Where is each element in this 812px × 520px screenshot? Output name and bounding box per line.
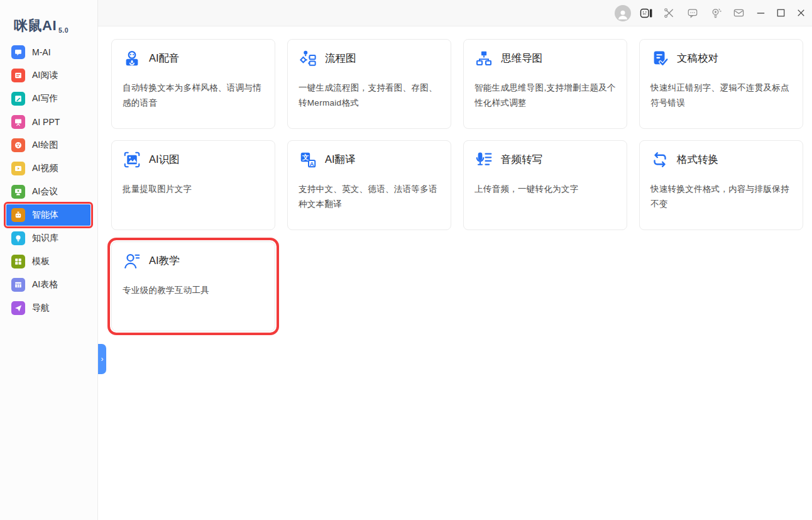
card-description: 专业级的教学互动工具 bbox=[123, 283, 264, 298]
reader-icon bbox=[11, 69, 25, 82]
card-title: AI教学 bbox=[149, 254, 180, 268]
card-description: 快速纠正错别字、逻辑不连贯及标点符号错误 bbox=[650, 80, 792, 110]
sidebar-item-模板[interactable]: 模板 bbox=[6, 251, 91, 272]
sidebar-item-AI表格[interactable]: AI表格 bbox=[6, 274, 91, 296]
sidebar-item-AI会议[interactable]: AI会议 bbox=[6, 181, 91, 202]
right-pane: AI配音自动转换文本为多样风格、语调与情感的语音流程图一键生成流程图，支持看图、… bbox=[98, 0, 812, 520]
app-logo: 咪鼠AI 5.0 bbox=[0, 0, 97, 35]
feature-card-思维导图[interactable]: 思维导图智能生成思维导图,支持增删主题及个性化样式调整 bbox=[463, 39, 627, 129]
template-icon bbox=[11, 255, 25, 268]
minimize-button[interactable] bbox=[750, 3, 771, 23]
sidebar-item-智能体[interactable]: 智能体 bbox=[6, 204, 91, 226]
sidebar-expand-handle[interactable]: › bbox=[98, 344, 106, 374]
ai-teaching-icon bbox=[123, 252, 141, 270]
close-button[interactable] bbox=[791, 3, 811, 23]
card-header: 思维导图 bbox=[475, 49, 616, 68]
user-avatar-icon[interactable] bbox=[611, 3, 634, 23]
card-header: 文稿校对 bbox=[650, 49, 792, 68]
card-description: 批量提取图片文字 bbox=[123, 182, 264, 197]
sidebar-item-label: AI会议 bbox=[32, 186, 58, 197]
sidebar-item-M-AI[interactable]: M-AI bbox=[6, 41, 91, 63]
ppt-icon bbox=[11, 115, 25, 129]
main-content: AI配音自动转换文本为多样风格、语调与情感的语音流程图一键生成流程图，支持看图、… bbox=[98, 26, 812, 520]
card-title: 音频转写 bbox=[501, 153, 542, 167]
card-description: 上传音频，一键转化为文字 bbox=[475, 182, 616, 197]
titlebar bbox=[98, 0, 812, 26]
sidebar-item-label: AI视频 bbox=[32, 163, 58, 174]
maximize-button[interactable] bbox=[771, 3, 791, 23]
audio-transcribe-icon bbox=[475, 150, 493, 169]
card-description: 智能生成思维导图,支持增删主题及个性化样式调整 bbox=[475, 80, 616, 110]
table-icon bbox=[11, 278, 25, 292]
tools-icon[interactable] bbox=[657, 3, 681, 23]
sidebar-item-AI阅读[interactable]: AI阅读 bbox=[6, 65, 91, 86]
sidebar-item-label: M-AI bbox=[32, 47, 51, 57]
sidebar-item-AI写作[interactable]: AI写作 bbox=[6, 88, 91, 109]
feature-card-AI翻译[interactable]: 文AAI翻译支持中文、英文、德语、法语等多语种文本翻译 bbox=[287, 140, 451, 230]
voice-dubbing-icon bbox=[123, 49, 141, 68]
chat-icon bbox=[11, 45, 25, 59]
navigate-icon bbox=[11, 301, 25, 315]
sidebar-item-AI绘图[interactable]: AI绘图 bbox=[6, 135, 91, 156]
sidebar-item-AI视频[interactable]: AI视频 bbox=[6, 158, 91, 179]
card-title: 格式转换 bbox=[677, 153, 718, 167]
feature-card-AI教学[interactable]: AI教学专业级的教学互动工具 bbox=[111, 241, 275, 331]
card-title: AI配音 bbox=[149, 52, 180, 65]
sidebar-item-label: AI阅读 bbox=[32, 70, 58, 81]
sidebar-item-label: 智能体 bbox=[32, 209, 58, 221]
mail-icon[interactable] bbox=[727, 3, 750, 23]
sidebar-item-label: AI绘图 bbox=[32, 140, 58, 151]
sidebar-item-label: 知识库 bbox=[32, 233, 58, 244]
card-header: AI配音 bbox=[123, 49, 264, 68]
format-convert-icon bbox=[650, 150, 669, 169]
card-title: 文稿校对 bbox=[677, 52, 718, 65]
feature-card-grid: AI配音自动转换文本为多样风格、语调与情感的语音流程图一键生成流程图，支持看图、… bbox=[111, 39, 803, 331]
avatar bbox=[615, 5, 631, 21]
card-header: AI识图 bbox=[123, 150, 264, 169]
sidebar: 咪鼠AI 5.0 M-AIAI阅读AI写作AI PPTAI绘图AI视频AI会议智… bbox=[0, 0, 98, 520]
sidebar-item-知识库[interactable]: 知识库 bbox=[6, 228, 91, 249]
card-header: 格式转换 bbox=[650, 150, 792, 169]
sidebar-item-label: 模板 bbox=[32, 256, 50, 267]
card-description: 一键生成流程图，支持看图、存图、转Mermaid格式 bbox=[299, 80, 440, 110]
card-description: 快速转换文件格式，内容与排版保持不变 bbox=[650, 182, 792, 211]
card-header: 音频转写 bbox=[475, 150, 616, 169]
feature-card-AI识图[interactable]: AI识图批量提取图片文字 bbox=[111, 140, 275, 230]
sidebar-item-AI PPT[interactable]: AI PPT bbox=[6, 111, 91, 133]
card-title: AI翻译 bbox=[325, 153, 356, 167]
feature-card-音频转写[interactable]: 音频转写上传音频，一键转化为文字 bbox=[463, 140, 627, 230]
agent-icon bbox=[11, 208, 25, 222]
feature-card-AI配音[interactable]: AI配音自动转换文本为多样风格、语调与情感的语音 bbox=[111, 39, 275, 129]
card-header: 流程图 bbox=[299, 49, 440, 68]
mindmap-icon bbox=[475, 49, 493, 68]
app-window: 咪鼠AI 5.0 M-AIAI阅读AI写作AI PPTAI绘图AI视频AI会议智… bbox=[0, 0, 812, 520]
card-title: AI识图 bbox=[149, 153, 180, 167]
sidebar-item-label: AI表格 bbox=[32, 279, 58, 290]
sidebar-item-导航[interactable]: 导航 bbox=[6, 297, 91, 319]
sidebar-item-label: 导航 bbox=[32, 302, 50, 314]
card-header: AI教学 bbox=[123, 252, 264, 270]
image-ocr-icon bbox=[123, 150, 141, 169]
feature-card-文稿校对[interactable]: 文稿校对快速纠正错别字、逻辑不连贯及标点符号错误 bbox=[639, 39, 803, 129]
card-header: 文AAI翻译 bbox=[299, 150, 440, 169]
chevron-right-icon: › bbox=[101, 355, 104, 363]
sidebar-nav: M-AIAI阅读AI写作AI PPTAI绘图AI视频AI会议智能体知识库模板AI… bbox=[0, 41, 97, 319]
video-icon bbox=[11, 162, 25, 175]
card-title: 思维导图 bbox=[501, 52, 542, 65]
app-version: 5.0 bbox=[58, 26, 69, 35]
svg-text:A: A bbox=[310, 161, 314, 167]
svg-text:文: 文 bbox=[302, 153, 309, 161]
tips-lamp-icon[interactable] bbox=[704, 3, 727, 23]
flowchart-icon bbox=[299, 49, 317, 68]
sidebar-item-label: AI PPT bbox=[32, 117, 60, 127]
mouse-device-icon[interactable] bbox=[634, 3, 657, 23]
feature-card-流程图[interactable]: 流程图一键生成流程图，支持看图、存图、转Mermaid格式 bbox=[287, 39, 451, 129]
card-description: 支持中文、英文、德语、法语等多语种文本翻译 bbox=[299, 182, 440, 211]
sidebar-item-label: AI写作 bbox=[32, 93, 58, 104]
feedback-bubble-icon[interactable] bbox=[681, 3, 704, 23]
palette-icon bbox=[11, 138, 25, 152]
meeting-icon bbox=[11, 185, 25, 199]
feature-card-格式转换[interactable]: 格式转换快速转换文件格式，内容与排版保持不变 bbox=[639, 140, 803, 230]
knowledge-icon bbox=[11, 231, 25, 245]
card-title: 流程图 bbox=[325, 52, 356, 65]
